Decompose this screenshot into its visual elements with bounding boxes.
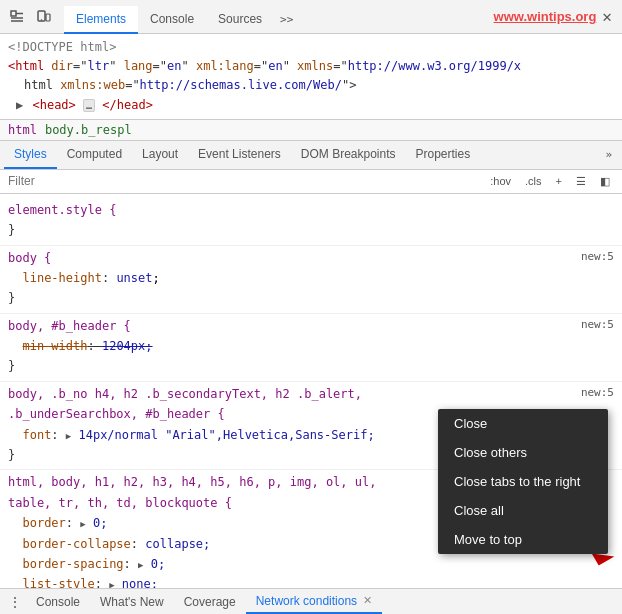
- sidebar-toggle-icon[interactable]: ◧: [596, 173, 614, 190]
- tab-coverage[interactable]: Coverage: [174, 591, 246, 613]
- main-tabs: Elements Console Sources >>: [64, 0, 486, 33]
- head-collapsed[interactable]: ▶ <head> … </head>: [8, 96, 614, 115]
- dom-tree: <!DOCTYPE html> <html dir="ltr" lang="en…: [0, 34, 622, 120]
- filter-input[interactable]: [8, 174, 480, 188]
- breadcrumb: html body.b_respl: [0, 120, 622, 141]
- tab-dom-breakpoints[interactable]: DOM Breakpoints: [291, 141, 406, 169]
- tab-sources[interactable]: Sources: [206, 6, 274, 34]
- html-tag-line[interactable]: <html dir="ltr" lang="en" xml:lang="en" …: [8, 57, 614, 76]
- tab-console[interactable]: Console: [138, 6, 206, 34]
- bc-body[interactable]: body.b_respl: [45, 123, 132, 137]
- tab-console-bottom[interactable]: Console: [26, 591, 90, 613]
- rule-body-b-header: new:5 body, #b_header { min-width: 1204p…: [0, 314, 622, 382]
- more-tabs-button[interactable]: >>: [274, 5, 299, 33]
- rule-body: new:5 body { line-height: unset; }: [0, 246, 622, 314]
- cls-filter-btn[interactable]: .cls: [521, 173, 546, 189]
- ctx-close-others[interactable]: Close others: [438, 438, 608, 467]
- device-toolbar-icon[interactable]: [30, 4, 56, 30]
- filter-bar: :hov .cls + ☰ ◧: [0, 170, 622, 194]
- tab-network-conditions[interactable]: Network conditions ✕: [246, 590, 382, 614]
- context-menu: Close Close others Close tabs to the rig…: [438, 409, 608, 554]
- ctx-move-to-top[interactable]: Move to top: [438, 525, 608, 554]
- html-tag-cont: html xmlns:web="http://schemas.live.com/…: [8, 76, 614, 95]
- toggle-style-icon[interactable]: ☰: [572, 173, 590, 190]
- bc-html[interactable]: html: [8, 123, 37, 137]
- rule-body-secondary-link[interactable]: new:5: [581, 384, 614, 403]
- tab-computed[interactable]: Computed: [57, 141, 132, 169]
- tab-styles[interactable]: Styles: [4, 141, 57, 169]
- doctype-line: <!DOCTYPE html>: [8, 38, 614, 57]
- panel-tabs-row: Styles Computed Layout Event Listeners D…: [0, 141, 622, 170]
- svg-point-6: [41, 19, 43, 21]
- add-style-btn[interactable]: +: [552, 173, 566, 189]
- bottom-menu-icon[interactable]: ⋮: [4, 594, 26, 610]
- rule-body-header-link[interactable]: new:5: [581, 316, 614, 335]
- rule-body-link[interactable]: new:5: [581, 248, 614, 267]
- close-network-conditions-btn[interactable]: ✕: [363, 594, 372, 607]
- ctx-close-all[interactable]: Close all: [438, 496, 608, 525]
- rule-element-style: element.style { }: [0, 198, 622, 246]
- ctx-close[interactable]: Close: [438, 409, 608, 438]
- panel-tabs-more[interactable]: »: [599, 142, 618, 167]
- hov-filter-btn[interactable]: :hov: [486, 173, 515, 189]
- bottom-bar: ⋮ Console What's New Coverage Network co…: [0, 588, 622, 614]
- tab-properties[interactable]: Properties: [406, 141, 481, 169]
- ctx-close-tabs-right[interactable]: Close tabs to the right: [438, 467, 608, 496]
- close-devtools-button[interactable]: ✕: [596, 7, 618, 26]
- devtools-toolbar: Elements Console Sources >> www.wintips.…: [0, 0, 622, 34]
- inspect-icon[interactable]: [4, 4, 30, 30]
- tab-layout[interactable]: Layout: [132, 141, 188, 169]
- tab-event-listeners[interactable]: Event Listeners: [188, 141, 291, 169]
- svg-rect-0: [11, 11, 16, 16]
- tab-whats-new[interactable]: What's New: [90, 591, 174, 613]
- tab-elements[interactable]: Elements: [64, 6, 138, 34]
- svg-rect-5: [46, 14, 50, 21]
- watermark: www.wintips.org: [494, 9, 597, 24]
